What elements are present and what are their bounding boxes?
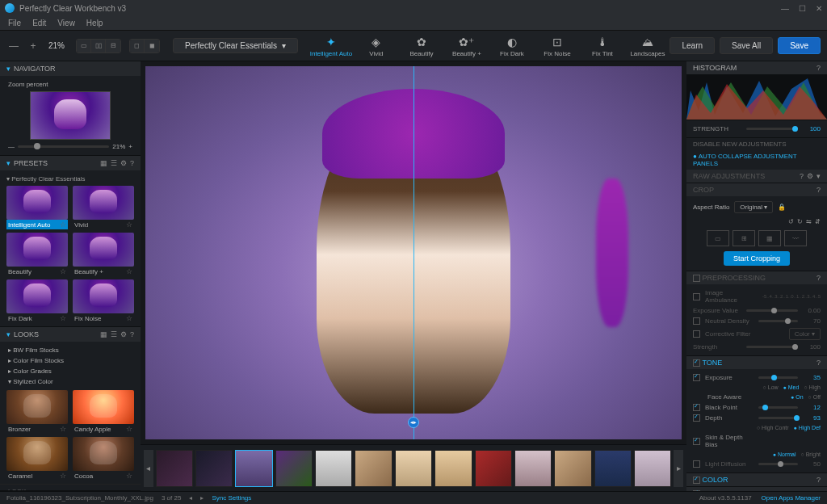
menu-view[interactable]: View	[57, 19, 75, 27]
star-icon[interactable]: ☆	[126, 314, 132, 322]
list-view-icon[interactable]: ☰	[111, 330, 117, 338]
help-icon[interactable]: ?	[817, 186, 821, 194]
start-cropping-button[interactable]: Start Cropping	[724, 251, 790, 266]
compare-on[interactable]: ◼	[145, 40, 159, 52]
filmstrip-item[interactable]	[434, 450, 472, 487]
apps-manager-link[interactable]: Open Apps Manager	[762, 494, 821, 502]
star-icon[interactable]: ☆	[60, 220, 66, 229]
ld-slider[interactable]	[758, 463, 798, 465]
crop-grid-golden[interactable]: 〰	[784, 230, 807, 246]
depth-hc[interactable]: High Contr	[757, 425, 789, 430]
depth-slider[interactable]	[758, 417, 798, 419]
aspect-dropdown[interactable]: Original ▾	[734, 201, 773, 213]
mode-landscapes[interactable]: ⛰Landscapes	[626, 33, 670, 59]
zoom-out-mini[interactable]: —	[8, 143, 15, 150]
star-icon[interactable]: ☆	[60, 425, 66, 433]
exp-low[interactable]: Low	[763, 384, 779, 390]
filmstrip-item[interactable]	[275, 450, 313, 487]
cf-dropdown[interactable]: Color ▾	[789, 328, 821, 340]
gear-icon[interactable]: ⚙	[807, 172, 813, 180]
preset-intelligent-auto[interactable]: Intelligent Auto☆	[6, 186, 68, 229]
filmstrip-item[interactable]	[594, 450, 632, 487]
looks-header[interactable]: ▾LOOKS ▦☰⚙?	[0, 327, 141, 342]
fa-off[interactable]: Off	[808, 394, 821, 400]
presets-header[interactable]: ▾PRESETS ▦☰⚙?	[0, 156, 141, 170]
auto-collapse[interactable]: AUTO COLLAPSE ADJUSTMENT PANELS	[686, 150, 827, 170]
close-button[interactable]: ✕	[816, 4, 822, 13]
help-icon[interactable]: ?	[817, 274, 821, 282]
filmstrip-item[interactable]	[554, 450, 591, 487]
filmstrip-item[interactable]	[475, 450, 512, 487]
preset-beautify[interactable]: Beautify☆	[6, 233, 68, 276]
crop-grid-dense[interactable]: ▦	[758, 230, 781, 246]
help-icon[interactable]: ?	[817, 64, 821, 72]
gear-icon[interactable]: ⚙	[120, 159, 127, 167]
lock-icon[interactable]: 🔒	[778, 204, 786, 211]
mode-beautify[interactable]: ✿Beautify	[400, 33, 443, 59]
mode-fix-noise[interactable]: ⊡Fix Noise	[535, 33, 579, 59]
star-icon[interactable]: ☆	[60, 314, 66, 322]
preset-vivid[interactable]: Vivid☆	[73, 186, 134, 229]
blackpoint-checkbox[interactable]	[693, 404, 700, 411]
color-header[interactable]: COLOR?	[686, 473, 827, 486]
cf-strength-slider[interactable]	[746, 346, 798, 348]
looks-cat-stylized[interactable]: ▾ Stylized Color	[8, 376, 132, 387]
zoom-in-mini[interactable]: +	[128, 143, 132, 150]
filmstrip-item[interactable]	[156, 450, 193, 487]
flip-v-icon[interactable]: ⇵	[815, 218, 821, 225]
zoom-in-button[interactable]: +	[26, 39, 40, 53]
flip-h-icon[interactable]: ⇋	[806, 218, 812, 225]
star-icon[interactable]: ☆	[60, 267, 66, 275]
sd-bright[interactable]: Bright	[801, 452, 821, 457]
rotate-cw-icon[interactable]: ↻	[797, 218, 803, 225]
split-handle[interactable]: ◂▸	[408, 417, 419, 428]
zoom-out-button[interactable]: —	[6, 39, 21, 53]
mode-fix-dark[interactable]: ◐Fix Dark	[490, 33, 534, 59]
raw-header[interactable]: RAW ADJUSTMENTS?⚙▾	[686, 170, 827, 183]
looks-cat-bw[interactable]: ▸ BW Film Stocks	[8, 345, 132, 355]
learn-button[interactable]: Learn	[670, 37, 715, 54]
skin-depth-checkbox[interactable]	[693, 438, 700, 445]
preset-fix-noise[interactable]: Fix Noise☆	[73, 279, 134, 323]
help-icon[interactable]: ?	[130, 330, 134, 338]
preset-category[interactable]: ▾ Perfectly Clear Essentials	[6, 174, 134, 184]
star-icon[interactable]: ☆	[126, 267, 132, 275]
preset-dropdown[interactable]: Perfectly Clear Essentials ▾	[173, 38, 298, 53]
preset-fix-dark[interactable]: Fix Dark☆	[6, 279, 68, 323]
ambulance-checkbox[interactable]	[693, 293, 700, 300]
mode-vivid[interactable]: ◈Vivid	[355, 33, 398, 59]
star-icon[interactable]: ☆	[126, 220, 132, 229]
filmstrip-next[interactable]: ▸	[674, 450, 683, 487]
split-divider[interactable]	[414, 66, 414, 439]
minimize-button[interactable]: —	[781, 4, 789, 13]
crop-grid-thirds[interactable]: ⊞	[733, 230, 755, 246]
mode-beautify-plus[interactable]: ✿⁺Beautify +	[445, 33, 489, 59]
star-icon[interactable]: ☆	[126, 472, 132, 480]
nd-checkbox[interactable]	[693, 317, 700, 325]
nd-slider[interactable]	[758, 320, 798, 322]
grid-view-icon[interactable]: ▦	[100, 159, 107, 167]
zoom-slider[interactable]	[18, 145, 109, 148]
exposure-slider[interactable]	[758, 376, 798, 379]
filmstrip-prev[interactable]: ◂	[144, 450, 153, 487]
filmstrip-item[interactable]	[395, 450, 432, 487]
navigator-header[interactable]: ▾NAVIGATOR	[0, 61, 141, 76]
view-split-h[interactable]: ▯▯	[91, 40, 106, 52]
look-bronzer[interactable]: Bronzer☆	[6, 390, 68, 434]
cf-checkbox[interactable]	[693, 330, 700, 338]
help-icon[interactable]: ?	[130, 159, 134, 167]
preprocessing-header[interactable]: PREPROCESSING?	[686, 271, 827, 284]
grid-view-icon[interactable]: ▦	[100, 330, 107, 338]
color-checkbox[interactable]	[693, 477, 700, 484]
tone-header[interactable]: TONE?	[686, 356, 827, 369]
sd-normal[interactable]: Normal	[773, 452, 796, 457]
filmstrip-item[interactable]	[315, 450, 352, 487]
compare-off[interactable]: ◻	[130, 40, 145, 52]
exp-med[interactable]: Med	[783, 384, 800, 390]
navigator-thumbnail[interactable]	[30, 91, 111, 140]
light-diffusion-checkbox[interactable]	[693, 460, 700, 468]
save-all-button[interactable]: Save All	[720, 37, 773, 54]
filmstrip-prev-status[interactable]: ◂	[189, 494, 192, 502]
depth-hd[interactable]: High Def	[794, 425, 821, 430]
crop-header[interactable]: CROP?	[686, 183, 827, 196]
